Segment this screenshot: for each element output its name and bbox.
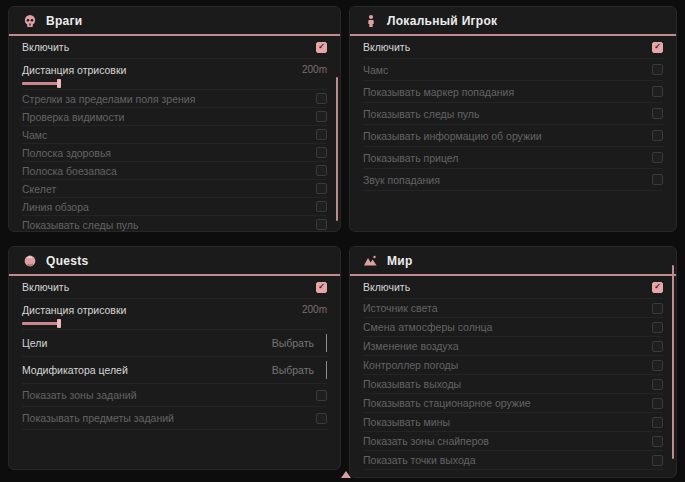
checkbox[interactable] [316, 413, 327, 424]
toggle-label: Показать зоны заданий [22, 389, 137, 401]
slider-value: 200m [302, 304, 327, 315]
checkbox[interactable] [652, 64, 663, 75]
slider-label: Дистанция отрисовки [22, 304, 126, 316]
checkbox[interactable] [316, 183, 327, 194]
toggle-label: Включить [22, 41, 69, 53]
dropdown[interactable]: Выбрать [272, 334, 327, 352]
toggle-row: Линия обзора [22, 198, 327, 216]
dropdown-row[interactable]: Модификатора целейВыбрать [22, 357, 327, 384]
checkbox[interactable] [316, 129, 327, 140]
toggle-label: Показывать информацию об оружии [363, 130, 542, 142]
toggle-row: Включить [363, 276, 663, 299]
panel-header: Враги [9, 7, 340, 36]
person-icon [363, 13, 378, 28]
dropdown-value: Выбрать [272, 337, 314, 349]
toggle-row: Включить [22, 276, 327, 299]
trainer-settings-screen: ВрагиВключитьДистанция отрисовки200mСтре… [0, 0, 685, 482]
toggle-row: Включить [363, 36, 663, 59]
toggle-row: Скелет [22, 180, 327, 198]
checkbox[interactable] [652, 152, 663, 163]
slider-row: Дистанция отрисовки200m [22, 59, 327, 90]
toggle-label: Показать точки выхода [363, 454, 476, 466]
dropdown[interactable]: Выбрать [272, 361, 327, 379]
panel-quests: QuestsВключитьДистанция отрисовки200mЦел… [8, 246, 341, 470]
toggle-row: Показывать предметы заданий [22, 407, 327, 430]
slider-labels: Дистанция отрисовки200m [22, 62, 327, 77]
toggle-label: Контроллер погоды [363, 359, 458, 371]
slider-fill [22, 322, 59, 325]
checkbox[interactable] [316, 93, 327, 104]
checkbox[interactable] [652, 282, 663, 293]
toggle-label: Смена атмосферы солнца [363, 321, 492, 333]
panel-title: Мир [387, 254, 413, 268]
panel-title: Враги [46, 14, 83, 28]
dropdown-value: Выбрать [272, 364, 314, 376]
triangle-up-icon [341, 471, 351, 478]
slider[interactable] [22, 79, 327, 88]
checkbox[interactable] [652, 130, 663, 141]
slider-handle[interactable] [57, 79, 61, 88]
toggle-label: Показывать мины [363, 416, 450, 428]
checkbox[interactable] [652, 379, 663, 390]
toggle-row: Показывать следы пуль [22, 216, 327, 232]
checkbox[interactable] [316, 282, 327, 293]
toggle-row: Полоска боезапаса [22, 162, 327, 180]
checkbox[interactable] [652, 322, 663, 333]
toggle-label: Показывать следы пуль [363, 108, 479, 120]
checkbox[interactable] [652, 86, 663, 97]
checkbox[interactable] [316, 42, 327, 53]
panel-world: МирВключитьИсточник светаСмена атмосферы… [349, 246, 677, 478]
checkbox[interactable] [316, 219, 327, 230]
slider-handle[interactable] [57, 319, 61, 328]
checkbox[interactable] [652, 436, 663, 447]
checkbox[interactable] [316, 165, 327, 176]
scrollbar[interactable] [672, 265, 674, 459]
toggle-row: Включить [22, 36, 327, 59]
toggle-label: Показывать стационарное оружие [363, 397, 531, 409]
checkbox[interactable] [316, 111, 327, 122]
dropdown-row[interactable]: ЦелиВыбрать [22, 330, 327, 357]
rows: ВключитьЧамсПоказывать маркер попаданияП… [350, 36, 676, 191]
toggle-label: Проверка видимости [22, 111, 124, 123]
checkbox[interactable] [652, 303, 663, 314]
slider-value: 200m [302, 64, 327, 75]
toggle-label: Звук попадания [363, 174, 440, 186]
checkbox[interactable] [652, 360, 663, 371]
dropdown-label: Цели [22, 337, 47, 349]
toggle-row: Показывать маркер попадания [363, 81, 663, 103]
toggle-label: Скелет [22, 183, 56, 195]
toggle-label: Чамс [363, 64, 388, 76]
toggle-label: Линия обзора [22, 201, 89, 213]
toggle-row: Показывать стационарное оружие [363, 394, 663, 413]
checkbox[interactable] [652, 341, 663, 352]
toggle-row: Стрелки за пределами поля зрения [22, 90, 327, 108]
rows: ВключитьДистанция отрисовки200mСтрелки з… [9, 36, 340, 232]
checkbox[interactable] [316, 201, 327, 212]
toggle-label: Показывать прицел [363, 152, 458, 164]
orb-icon [22, 253, 37, 268]
toggle-label: Показывать маркер попадания [363, 86, 514, 98]
checkbox[interactable] [652, 42, 663, 53]
scrollbar[interactable] [336, 77, 338, 221]
toggle-row: Показать зоны снайперов [363, 432, 663, 451]
slider[interactable] [22, 319, 327, 328]
checkbox[interactable] [652, 108, 663, 119]
toggle-label: Полоска боезапаса [22, 165, 117, 177]
toggle-label: Включить [363, 41, 410, 53]
panel-title: Quests [46, 254, 88, 268]
checkbox[interactable] [652, 455, 663, 466]
slider-label: Дистанция отрисовки [22, 64, 126, 76]
panel-header: Quests [9, 247, 340, 276]
toggle-label: Показывать следы пуль [22, 219, 138, 231]
checkbox[interactable] [652, 398, 663, 409]
toggle-row: Показать точки выхода [363, 451, 663, 470]
toggle-row: Показывать следы пуль [363, 103, 663, 125]
slider-row: Дистанция отрисовки200m [22, 299, 327, 330]
toggle-label: Показывать предметы заданий [22, 412, 174, 424]
checkbox[interactable] [316, 390, 327, 401]
checkbox[interactable] [316, 147, 327, 158]
toggle-row: Чамс [22, 126, 327, 144]
checkbox[interactable] [652, 417, 663, 428]
checkbox[interactable] [652, 174, 663, 185]
toggle-row: Контроллер погоды [363, 356, 663, 375]
